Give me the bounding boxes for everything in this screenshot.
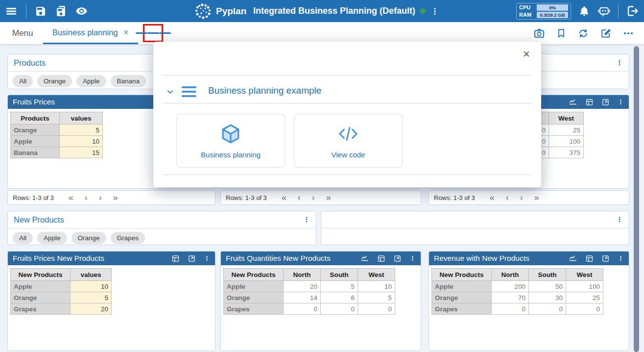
save-icon[interactable] [35, 5, 47, 17]
value-cell[interactable]: 10 [71, 281, 112, 292]
vertical-scrollbar[interactable] [634, 46, 639, 352]
panel-kebab-menu-icon[interactable] [616, 215, 623, 224]
new-products-selector-panel: New Products All Apple Orange Grapes [7, 211, 316, 245]
tab-close-icon[interactable]: ✕ [123, 28, 129, 36]
last-page-icon[interactable]: » [326, 193, 331, 202]
notifications-bell-icon[interactable] [578, 5, 590, 17]
value-cell[interactable]: 5 [60, 125, 103, 136]
value-cell[interactable]: 15 [60, 147, 103, 158]
value-cell[interactable]: 20 [71, 303, 112, 315]
widget-kebab-icon[interactable] [618, 254, 624, 262]
view-code-card[interactable]: View code [294, 114, 403, 168]
first-page-icon[interactable]: « [490, 193, 495, 202]
value-cell[interactable]: 0 [321, 303, 358, 315]
open-external-icon[interactable] [188, 254, 196, 263]
main-menu-icon[interactable] [5, 5, 18, 18]
value-cell[interactable]: 10 [60, 136, 103, 147]
last-page-icon[interactable]: » [534, 193, 539, 202]
next-page-icon[interactable]: › [312, 193, 315, 202]
col-header: values [71, 269, 112, 281]
modal-divider [163, 103, 531, 103]
col-header: North [284, 269, 321, 281]
prev-page-icon[interactable]: ‹ [298, 193, 301, 202]
pagination-bar: Rows: 1-3 of 3 « ‹ › » [220, 190, 421, 205]
resource-monitor: CPU 0% RAM 0.3/29.2 GB [516, 3, 571, 20]
chevron-down-icon[interactable] [166, 88, 174, 98]
first-page-icon[interactable]: « [282, 193, 286, 202]
edit-pencil-icon[interactable] [600, 27, 612, 39]
chip-orange[interactable]: Orange [72, 232, 106, 244]
value-cell[interactable]: 0 [358, 303, 395, 315]
pivot-table-icon[interactable] [377, 254, 385, 263]
example-group-header[interactable]: Business planning example [153, 81, 541, 103]
assistant-chat-icon[interactable] [597, 4, 611, 18]
panel-kebab-menu-icon[interactable] [616, 58, 623, 67]
value-cell[interactable]: 20 [284, 281, 321, 292]
chip-banana[interactable]: Banana [111, 75, 146, 87]
table-row: Grapes 0 0 0 [432, 303, 603, 315]
col-header: New Products [11, 269, 71, 281]
value-cell: 0 [529, 303, 566, 315]
value-cell[interactable]: 10 [358, 281, 395, 292]
chart-line-icon[interactable] [569, 98, 577, 106]
prev-page-icon[interactable]: ‹ [506, 193, 509, 202]
panel-kebab-menu-icon[interactable] [303, 215, 310, 224]
logout-icon[interactable] [626, 4, 639, 18]
row-label: Apple [224, 281, 284, 292]
empty-selector-panel-bottom [321, 211, 629, 245]
pagination-controls: « ‹ › » [69, 193, 118, 202]
business-planning-card[interactable]: Business planning [176, 114, 285, 168]
pivot-table-icon[interactable] [585, 254, 594, 263]
chip-all[interactable]: All [13, 232, 33, 244]
refresh-sync-icon[interactable] [577, 27, 589, 39]
first-page-icon[interactable]: « [69, 193, 73, 202]
chart-line-icon[interactable] [569, 254, 577, 263]
value-cell[interactable]: 5 [358, 292, 395, 303]
chip-apple[interactable]: Apple [76, 75, 106, 87]
widget-kebab-icon[interactable] [204, 254, 210, 262]
open-external-icon[interactable] [601, 98, 610, 106]
chip-all[interactable]: All [13, 75, 33, 87]
widget-kebab-icon[interactable] [618, 98, 624, 106]
save-all-icon[interactable] [55, 5, 67, 17]
highlight-red-box [143, 24, 163, 42]
preview-eye-icon[interactable] [75, 5, 88, 17]
model-title-group: Integrated Business Planning (Default) [253, 0, 439, 22]
widget-kebab-icon[interactable] [409, 254, 416, 262]
pyplan-logo-icon [194, 2, 212, 20]
row-label: Orange [432, 292, 492, 303]
bookmark-icon[interactable] [556, 28, 567, 39]
pivot-table-icon[interactable] [585, 98, 594, 106]
tab-business-planning[interactable]: Business planning ✕ [43, 22, 138, 44]
modal-close-icon[interactable]: ✕ [523, 49, 530, 60]
chip-orange[interactable]: Orange [37, 75, 72, 87]
prev-page-icon[interactable]: ‹ [85, 193, 88, 202]
next-page-icon[interactable]: › [99, 193, 102, 202]
table-row: Orange 70 30 25 [432, 292, 603, 303]
value-cell[interactable]: 14 [284, 292, 321, 303]
value-cell[interactable]: 5 [71, 292, 112, 303]
pivot-table-icon[interactable] [171, 254, 180, 263]
open-external-icon[interactable] [601, 254, 610, 263]
screenshot-camera-icon[interactable] [533, 27, 545, 39]
chip-apple[interactable]: Apple [37, 232, 67, 244]
model-title: Integrated Business Planning (Default) [253, 6, 415, 16]
last-page-icon[interactable]: » [113, 193, 118, 202]
ram-usage-bar: 0.3/29.2 GB [537, 12, 568, 18]
value-cell: 25 [566, 292, 603, 303]
rows-count-label: Rows: 1-3 of 3 [434, 194, 475, 201]
value-cell[interactable]: 6 [321, 292, 358, 303]
chart-line-icon[interactable] [360, 254, 369, 263]
menu-button[interactable]: Menu [12, 22, 33, 44]
dashboard-menu-icon[interactable] [136, 30, 171, 35]
more-ellipsis-icon[interactable] [622, 27, 634, 39]
model-kebab-menu-icon[interactable] [430, 6, 439, 16]
chip-grapes[interactable]: Grapes [111, 232, 145, 244]
value-cell[interactable]: 5 [321, 281, 358, 292]
value-cell[interactable]: 0 [284, 303, 321, 315]
dashboard-tab-bar: Menu Business planning ✕ [0, 22, 644, 44]
next-page-icon[interactable]: › [520, 193, 523, 202]
widget-title: Fruits Quantities New Products [226, 254, 360, 263]
open-external-icon[interactable] [393, 254, 402, 263]
group-menu-icon [182, 84, 196, 100]
